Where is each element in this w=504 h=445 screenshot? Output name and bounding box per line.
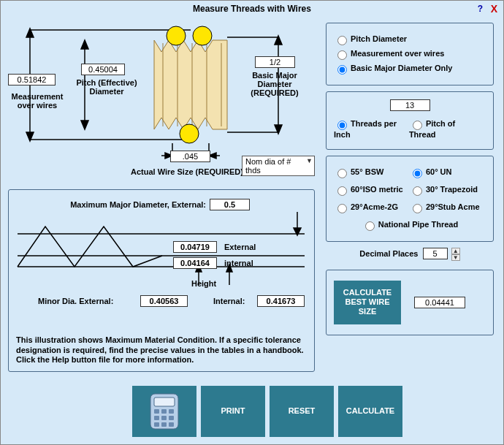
decimal-places: Decimal Places ▲▼ — [326, 248, 494, 261]
help-button[interactable]: ? — [478, 1, 483, 17]
minor-int-value: 0.41673 — [257, 295, 305, 307]
height-label: Height — [191, 279, 216, 288]
svg-rect-38 — [154, 409, 159, 414]
minor-ext-value: 0.40563 — [140, 295, 188, 307]
tpi-radio[interactable]: Threads per Inch — [334, 118, 407, 139]
button-row: PRINT RESET CALCULATE — [132, 386, 402, 437]
decimal-spinner[interactable]: ▲▼ — [451, 248, 460, 261]
reset-button[interactable]: RESET — [270, 386, 334, 437]
close-button[interactable]: X — [491, 1, 497, 17]
major-value[interactable]: 1/2 — [255, 56, 295, 68]
svg-rect-45 — [161, 422, 167, 427]
wire-label: Actual Wire Size (REQUIRED) — [110, 167, 264, 176]
pitch-radio[interactable]: Pitch of Thread — [409, 118, 482, 139]
form-npt[interactable]: National Pipe Thread — [334, 219, 486, 231]
print-button[interactable]: PRINT — [201, 386, 265, 437]
svg-point-26 — [180, 124, 199, 143]
geometry-panel: Maximum Major Diameter, External: 0.5 0.… — [8, 189, 315, 372]
app-window: Measure Threads with Wires ? X — [0, 0, 504, 445]
svg-point-24 — [167, 26, 186, 45]
svg-marker-6 — [81, 40, 88, 49]
thread-diagram: 0.51842 Measurement over wires 0.45004 P… — [8, 23, 315, 180]
svg-rect-37 — [154, 398, 175, 406]
svg-point-25 — [193, 26, 212, 45]
mow-value[interactable]: 0.51842 — [8, 74, 56, 85]
svg-rect-46 — [169, 422, 174, 427]
calc-best-wire-button[interactable]: CALCULATE BEST WIRE SIZE — [334, 281, 401, 324]
title-bar: Measure Threads with Wires ? X — [1, 1, 503, 17]
best-wire-group: CALCULATE BEST WIRE SIZE 0.04441 — [326, 270, 494, 335]
form-iso[interactable]: 60°ISO metric — [334, 184, 407, 196]
maxmajor-value[interactable]: 0.5 — [210, 199, 250, 210]
form-stubacme[interactable]: 29°Stub Acme — [409, 202, 482, 213]
form-un[interactable]: 60° UN — [409, 167, 482, 178]
svg-rect-43 — [169, 416, 174, 420]
window-title: Measure Threads with Wires — [193, 4, 311, 14]
pitch-value[interactable]: 0.45004 — [81, 64, 125, 75]
best-wire-output: 0.04441 — [414, 297, 465, 308]
tpi-group: Threads per Inch Pitch of Thread — [326, 91, 494, 150]
calculator-icon-button[interactable] — [132, 386, 196, 437]
mow-label: Measurement over wires — [4, 92, 70, 110]
mode-major-only[interactable]: Basic Major Diameter Only — [334, 63, 486, 75]
ext-height-value: 0.04719 — [173, 241, 217, 253]
svg-rect-42 — [161, 416, 167, 420]
calculate-button[interactable]: CALCULATE — [338, 386, 402, 437]
form-bsw[interactable]: 55° BSW — [334, 167, 407, 178]
form-trapezoid[interactable]: 30° Trapezoid — [409, 184, 482, 196]
calculator-icon — [149, 392, 180, 430]
int-height-label: internal — [224, 259, 253, 267]
svg-rect-40 — [169, 409, 174, 414]
mode-mow[interactable]: Measurement over wires — [334, 48, 486, 60]
nominal-dropdown[interactable]: Nom dia of # thds — [242, 156, 315, 176]
minor-int-label: Internal: — [213, 297, 245, 305]
svg-rect-39 — [161, 409, 167, 414]
maxmajor-label: Maximum Major Diameter, External: — [38, 200, 206, 209]
illustration-note: This illustration shows Maximum Material… — [16, 335, 308, 365]
threadform-group: 55° BSW 60° UN 60°ISO metric 30° Trapezo… — [326, 156, 494, 242]
svg-rect-41 — [154, 416, 159, 420]
svg-marker-7 — [81, 121, 88, 129]
svg-rect-44 — [154, 422, 159, 427]
mode-pitch-diameter[interactable]: Pitch Diameter — [334, 34, 486, 45]
minor-ext-label: Minor Dia. External: — [38, 297, 113, 305]
wire-value[interactable]: .045 — [170, 151, 210, 162]
tpi-input[interactable] — [390, 99, 430, 111]
pitch-label: Pitch (Effective) Diameter — [66, 78, 147, 96]
major-label: Basic Major Diameter (REQUIRED) — [242, 71, 308, 97]
form-acme2g[interactable]: 29°Acme-2G — [334, 202, 407, 213]
int-height-value: 0.04164 — [173, 257, 217, 269]
decimal-input[interactable] — [423, 248, 448, 259]
mode-group: Pitch Diameter Measurement over wires Ba… — [326, 23, 494, 85]
right-column: Pitch Diameter Measurement over wires Ba… — [326, 23, 494, 335]
ext-height-label: External — [224, 243, 256, 251]
